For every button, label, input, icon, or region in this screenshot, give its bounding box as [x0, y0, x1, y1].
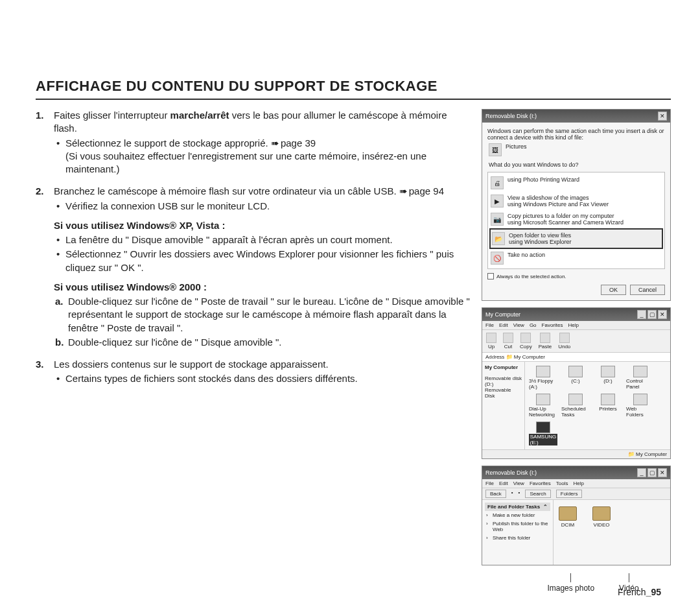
- camera-icon: 📷: [491, 213, 504, 226]
- step3-bullet: Certains types de fichiers sont stockés …: [54, 372, 470, 385]
- option-print[interactable]: 🖨 using Photo Printing Wizard: [489, 174, 663, 192]
- close-icon[interactable]: ✕: [658, 112, 667, 121]
- dialog-intro: Windows can perform the same action each…: [487, 128, 665, 141]
- task-publish[interactable]: Publish this folder to the Web: [485, 519, 550, 534]
- step2-bullet: Vérifiez la connexion USB sur le moniteu…: [54, 200, 470, 213]
- menu-bar[interactable]: FileEditViewFavoritesToolsHelp: [482, 479, 670, 488]
- scheduled-tasks[interactable]: Scheduled Tasks: [561, 394, 590, 418]
- folders-button: Folders: [556, 490, 583, 498]
- w2000-b: b.Double-cliquez sur l'icône de " Disque…: [54, 336, 470, 349]
- web-folders[interactable]: Web Folders: [626, 394, 655, 418]
- window-title: My Computer: [485, 311, 520, 318]
- page-ref-icon: [399, 185, 409, 196]
- window-title: Removable Disk (I:): [485, 469, 537, 476]
- w2000-a: a.Double-cliquez sur l'icône de " Poste …: [54, 295, 470, 335]
- folder-dcim[interactable]: DCIM: [559, 506, 577, 528]
- autoplay-dialog: Removable Disk (I:) ✕ Windows can perfor…: [482, 109, 671, 301]
- task-new-folder[interactable]: Make a new folder: [485, 511, 550, 519]
- tasks-header[interactable]: File and Folder Tasks⌃: [485, 503, 550, 511]
- page-footer: French_95: [618, 587, 661, 597]
- folder-open-icon: 📂: [492, 232, 505, 245]
- maximize-icon[interactable]: ▢: [648, 468, 657, 477]
- paste-icon: [540, 333, 550, 343]
- task-share[interactable]: Share this folder: [485, 534, 550, 542]
- toolbar[interactable]: Back •• Search Folders: [482, 488, 670, 500]
- subheading-xp: Si vous utilisez Windows® XP, Vista :: [54, 219, 470, 232]
- slideshow-icon: ▶: [491, 195, 504, 208]
- ok-button[interactable]: OK: [601, 285, 626, 295]
- step-2: 2. Branchez le caméscope à mémoire flash…: [36, 185, 470, 349]
- drive-c[interactable]: (C:): [561, 366, 590, 390]
- close-icon[interactable]: ✕: [658, 468, 667, 477]
- close-icon[interactable]: ✕: [658, 310, 667, 319]
- picture-icon: 🖼: [489, 143, 502, 156]
- up-icon: [486, 333, 496, 343]
- xp-bullet-1: La fenêtre du " Disque amovible " appara…: [54, 233, 470, 246]
- drive-samsung[interactable]: SAMSUNG (E:): [529, 421, 557, 445]
- step-3: 3. Les dossiers contenus sur le support …: [36, 358, 470, 386]
- maximize-icon[interactable]: ▢: [648, 310, 657, 319]
- chevron-icon: ⌃: [543, 504, 548, 510]
- page-title: AFFICHAGE DU CONTENU DU SUPPORT DE STOCK…: [36, 78, 671, 100]
- printer-icon: 🖨: [491, 176, 504, 189]
- dialog-question: What do you want Windows to do?: [489, 161, 665, 168]
- noaction-icon: 🚫: [491, 252, 504, 265]
- back-button: Back: [485, 490, 506, 498]
- subheading-2000: Si vous utilisez Windows® 2000 :: [54, 281, 470, 294]
- option-slideshow[interactable]: ▶ View a slideshow of the imagesusing Wi…: [489, 192, 663, 210]
- minimize-icon[interactable]: _: [637, 468, 646, 477]
- option-noaction[interactable]: 🚫 Take no action: [489, 249, 663, 267]
- undo-icon: [559, 333, 570, 343]
- control-panel[interactable]: Control Panel: [626, 366, 655, 390]
- folder-icon: [559, 506, 577, 521]
- minimize-icon[interactable]: _: [637, 310, 646, 319]
- mycomputer-window: My Computer _ ▢ ✕ FileEditViewGoFavorite…: [482, 307, 671, 459]
- cut-icon: [503, 333, 513, 343]
- always-checkbox[interactable]: Always do the selected action.: [487, 273, 665, 279]
- toolbar[interactable]: Up Cut Copy Paste Undo: [482, 330, 670, 353]
- status-bar: 📁 My Computer: [482, 449, 670, 458]
- xp-bullet-2: Sélectionnez " Ouvrir les dossiers avec …: [54, 248, 470, 274]
- page-ref-icon: [271, 137, 281, 148]
- folder-icon: [592, 506, 611, 521]
- step1-bullet: Sélectionnez le support de stockage appr…: [54, 137, 470, 176]
- step-1: 1. Faites glisser l'interrupteur marche/…: [36, 109, 470, 176]
- address-bar[interactable]: Address 📁 My Computer: [482, 353, 670, 362]
- menu-bar[interactable]: FileEditViewGoFavoritesHelp: [482, 321, 670, 330]
- search-button: Search: [525, 490, 550, 498]
- cancel-button[interactable]: Cancel: [630, 285, 665, 295]
- copy-icon: [520, 333, 531, 343]
- removable-window: Removable Disk (I:) _ ▢ ✕ FileEditViewFa…: [482, 466, 671, 565]
- option-open-folder[interactable]: 📂 Open folder to view filesusing Windows…: [489, 228, 663, 249]
- dialup[interactable]: Dial-Up Networking: [529, 394, 557, 418]
- drive-floppy[interactable]: 3½ Floppy (A:): [529, 366, 557, 390]
- dialog-title: Removable Disk (I:): [485, 113, 537, 119]
- screenshots-column: Removable Disk (I:) ✕ Windows can perfor…: [482, 109, 671, 593]
- drive-d[interactable]: (D:): [594, 366, 622, 390]
- printers[interactable]: Printers: [594, 394, 622, 418]
- folder-video[interactable]: VIDEO: [592, 506, 611, 528]
- option-copy[interactable]: 📷 Copy pictures to a folder on my comput…: [489, 210, 663, 228]
- instructions-column: 1. Faites glisser l'interrupteur marche/…: [36, 109, 470, 593]
